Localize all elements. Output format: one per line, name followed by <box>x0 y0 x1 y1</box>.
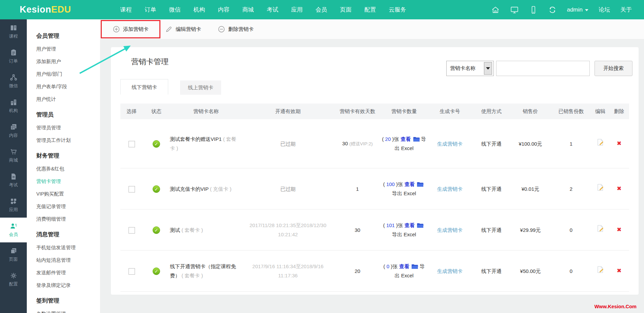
building-icon <box>10 98 17 106</box>
nav-menu-item[interactable]: 云服务 <box>389 6 406 14</box>
export-label[interactable]: 导出 Excel <box>392 232 416 237</box>
rail-item-content[interactable]: 内容 <box>0 118 27 143</box>
refresh-icon[interactable] <box>548 5 557 14</box>
edit-icon[interactable] <box>597 139 604 146</box>
nav-menu-item[interactable]: 商城 <box>242 6 254 14</box>
delete-icon[interactable] <box>617 226 621 233</box>
generate-card-link[interactable]: 生成营销卡 <box>437 227 463 233</box>
rail-item-apps[interactable]: 应用 <box>0 193 27 218</box>
sidebar-item-params[interactable]: 参数设置管理 <box>27 308 100 313</box>
nav-menu-item[interactable]: 内容 <box>218 6 230 14</box>
valid-days: 30 <box>342 141 348 146</box>
section-member-mgmt: 会员管理 <box>27 27 100 43</box>
sidebar-item-add-user[interactable]: 添加新用户 <box>27 55 100 68</box>
sidebar-item-vip-config[interactable]: VIP购买配置 <box>27 188 100 200</box>
sidebar-item-user-forms[interactable]: 用户表单/字段 <box>27 80 100 93</box>
card-quantity: ( 101 )张查看 导出 Excel <box>381 221 427 239</box>
monitor-icon[interactable] <box>510 5 519 14</box>
validity: 已过期 <box>242 139 334 148</box>
main-area: 添加营销卡 编辑营销卡 删除营销卡 营销卡管理 营销卡名称 开始搜索 <box>100 19 644 313</box>
view-link[interactable]: 查看 <box>405 222 415 228</box>
rail-item-config[interactable]: 配置 <box>0 267 27 292</box>
nav-menu-item[interactable]: 会员 <box>316 6 327 14</box>
rail-item-courses[interactable]: 课程 <box>0 19 27 44</box>
delete-icon[interactable] <box>617 140 621 147</box>
generate-card-link[interactable]: 生成营销卡 <box>437 141 463 147</box>
nav-menu-item[interactable]: 应用 <box>291 6 303 14</box>
sidebar-item-recharge-records[interactable]: 充值记录管理 <box>27 200 100 213</box>
mobile-icon[interactable] <box>529 5 538 14</box>
generate-card-link[interactable]: 生成营销卡 <box>437 186 463 192</box>
sidebar-item-user-groups[interactable]: 用户组/部门 <box>27 68 100 80</box>
edit-icon[interactable] <box>597 225 604 232</box>
row-checkbox[interactable] <box>129 227 135 234</box>
nav-menu: 课程订单微信机构内容商城考试应用会员页面配置云服务 <box>120 6 406 14</box>
quantity-number: 101 <box>386 222 395 228</box>
sidebar-item-login-records[interactable]: 登录及绑定记录 <box>27 279 100 292</box>
delete-card-button[interactable]: 删除营销卡 <box>218 26 254 33</box>
view-link[interactable]: 查看 <box>401 136 411 142</box>
tab-offline-cards[interactable]: 线下营销卡 <box>120 79 168 95</box>
generate-card-link[interactable]: 生成营销卡 <box>437 268 463 274</box>
row-checkbox[interactable] <box>129 141 135 147</box>
delete-icon[interactable] <box>617 268 621 274</box>
sidebar-item-sms[interactable]: 手机短信发送管理 <box>27 241 100 254</box>
search-button[interactable]: 开始搜索 <box>594 61 632 76</box>
nav-menu-item[interactable]: 微信 <box>169 6 181 14</box>
delete-icon[interactable] <box>617 185 621 192</box>
export-folder-icon[interactable] <box>413 136 420 142</box>
nav-menu-item[interactable]: 考试 <box>267 6 278 14</box>
nav-menu-item[interactable]: 机构 <box>194 6 205 14</box>
sidebar-item-admin-mgmt[interactable]: 管理员管理 <box>27 122 100 134</box>
view-link[interactable]: 查看 <box>399 263 409 269</box>
days-note: (赠送VIP:2) <box>349 141 373 146</box>
sidebar-item-marketing-cards[interactable]: 营销卡管理 <box>27 175 100 188</box>
sidebar-item-coupons[interactable]: 优惠券&红包 <box>27 163 100 175</box>
rail-item-shop[interactable]: 商城 <box>0 143 27 168</box>
row-checkbox[interactable] <box>129 268 135 275</box>
validity: 已过期 <box>242 184 334 194</box>
edit-icon[interactable] <box>597 266 604 273</box>
card-name: 测试套餐卡的赠送VIP1 <box>170 136 222 142</box>
nav-menu-item[interactable]: 配置 <box>365 6 376 14</box>
rail-item-wechat[interactable]: 微信 <box>0 69 27 94</box>
edit-card-button[interactable]: 编辑营销卡 <box>165 26 201 33</box>
export-folder-icon[interactable] <box>417 181 424 187</box>
nav-menu-item[interactable]: 课程 <box>120 6 132 14</box>
row-checkbox[interactable] <box>129 186 135 192</box>
sidebar-item-user-stats[interactable]: 用户统计 <box>27 93 100 106</box>
rail-item-pages[interactable]: 页面 <box>0 242 27 267</box>
edit-icon[interactable] <box>597 184 604 191</box>
rail-item-members[interactable]: 会员 <box>0 218 27 242</box>
sold-count: 0 <box>551 266 591 276</box>
sidebar-item-site-messages[interactable]: 站内短消息管理 <box>27 254 100 266</box>
card-type: ( 套餐卡 ) <box>181 227 203 233</box>
rail-item-org[interactable]: 机构 <box>0 94 27 118</box>
quantity-number: 20 <box>385 136 391 142</box>
card-type: ( 充值卡 ) <box>210 186 231 192</box>
icon-rail: 课程 订单 微信 机构 内容 商城 考试 应用 <box>0 19 27 313</box>
export-label[interactable]: 导出 Excel <box>395 136 426 151</box>
export-folder-icon[interactable] <box>417 222 424 228</box>
user-menu[interactable]: admin <box>567 6 588 13</box>
filter-select[interactable]: 营销卡名称 <box>446 61 494 76</box>
forum-link[interactable]: 论坛 <box>599 6 610 14</box>
section-finance: 财务管理 <box>27 147 100 163</box>
about-link[interactable]: 关于 <box>620 6 632 14</box>
nav-menu-item[interactable]: 页面 <box>340 6 352 14</box>
export-label[interactable]: 导出 Excel <box>392 190 416 196</box>
rail-item-orders[interactable]: 订单 <box>0 44 27 69</box>
sidebar-item-user-mgmt[interactable]: 用户管理 <box>27 43 100 55</box>
nav-menu-item[interactable]: 订单 <box>145 6 156 14</box>
rail-item-exam[interactable]: 考试 <box>0 168 27 193</box>
sidebar-item-consumption[interactable]: 消费明细管理 <box>27 213 100 225</box>
home-icon[interactable] <box>491 5 500 14</box>
view-link[interactable]: 查看 <box>405 181 415 187</box>
action-toolbar: 添加营销卡 编辑营销卡 删除营销卡 <box>100 19 644 39</box>
tab-online-cards[interactable]: 线上营销卡 <box>180 80 221 95</box>
export-folder-icon[interactable] <box>411 263 418 269</box>
validity: 2017/9/16 11:16:34至2018/9/16 11:17:36 <box>242 262 334 280</box>
sidebar-item-admin-plan[interactable]: 管理员工作计划 <box>27 134 100 147</box>
search-input[interactable] <box>496 61 590 76</box>
sidebar-item-email[interactable]: 发送邮件管理 <box>27 266 100 279</box>
